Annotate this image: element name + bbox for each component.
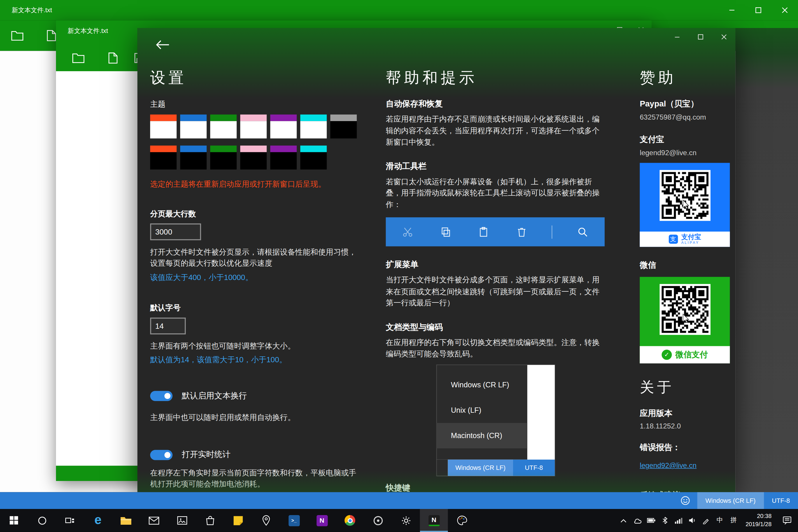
cortana-search-button[interactable] xyxy=(28,509,56,532)
taskbar: e >_ N N xyxy=(0,509,798,532)
close-button[interactable] xyxy=(712,28,735,45)
help-title: 帮助和提示 xyxy=(386,68,606,89)
minimize-icon xyxy=(729,7,735,13)
swatch-accent xyxy=(300,146,327,152)
swatch-background xyxy=(180,152,207,169)
theme-swatch[interactable] xyxy=(150,146,177,169)
theme-swatch[interactable] xyxy=(300,115,327,138)
theme-swatch[interactable] xyxy=(180,115,207,138)
minimize-button[interactable] xyxy=(719,0,745,20)
theme-swatch[interactable] xyxy=(150,115,177,138)
paypal-label: Paypal（贝宝） xyxy=(640,99,735,110)
theme-swatch[interactable] xyxy=(210,146,237,169)
taskbar-app-file-explorer[interactable] xyxy=(112,509,140,532)
menu-item-macintosh[interactable]: Macintosh (CR) xyxy=(437,423,527,448)
store-icon xyxy=(205,516,214,525)
taskbar-app-maps[interactable] xyxy=(252,509,280,532)
close-button[interactable] xyxy=(772,0,798,20)
battery-tray-icon[interactable] xyxy=(644,509,658,532)
tray-overflow-button[interactable] xyxy=(617,509,631,532)
maximize-button[interactable] xyxy=(745,0,772,20)
theme-swatch[interactable] xyxy=(240,146,267,169)
photos-icon xyxy=(177,516,187,525)
network-tray-icon[interactable] xyxy=(672,509,685,532)
encoding-selector[interactable]: UTF-8 xyxy=(764,492,798,509)
taskbar-spacer xyxy=(476,509,617,532)
feedback-smiley-button[interactable] xyxy=(674,492,697,509)
page-lines-input[interactable] xyxy=(150,223,201,240)
stats-toggle-row: 打开实时统计 xyxy=(150,450,359,460)
menu-item-unix[interactable]: Unix (LF) xyxy=(437,397,527,423)
taskbar-app-chrome[interactable] xyxy=(336,509,364,532)
theme-swatch[interactable] xyxy=(300,146,327,169)
taskbar-app-paint[interactable] xyxy=(448,509,476,532)
taskbar-app-powershell[interactable]: >_ xyxy=(280,509,308,532)
taskbar-app-notepads-active[interactable]: N xyxy=(420,509,448,532)
ime-language-indicator[interactable]: 中 xyxy=(713,509,726,532)
swatch-accent xyxy=(210,146,237,152)
theme-swatch[interactable] xyxy=(330,115,357,138)
maximize-button[interactable] xyxy=(689,28,712,45)
minimize-button[interactable] xyxy=(665,28,689,45)
close-icon xyxy=(782,7,788,13)
onedrive-tray-icon[interactable] xyxy=(631,509,644,532)
gear-icon xyxy=(401,515,411,526)
back-button[interactable] xyxy=(151,35,174,54)
taskbar-app-sticky-notes[interactable] xyxy=(224,509,252,532)
start-button[interactable] xyxy=(0,509,28,532)
wrap-toggle[interactable] xyxy=(150,391,173,401)
swatch-accent xyxy=(270,146,297,152)
taskbar-app-edge[interactable]: e xyxy=(84,509,112,532)
taskbar-app-store[interactable] xyxy=(196,509,224,532)
doctype-body: 在应用程序的右下角可以切换文档类型或编码类型。注意，转换编码类型可能会导致乱码。 xyxy=(386,337,606,360)
bluetooth-tray-icon[interactable] xyxy=(658,509,672,532)
ime-mode-indicator[interactable]: 拼 xyxy=(727,509,741,532)
system-tray: 中 拼 20:38 2019/1/28 xyxy=(617,509,798,532)
swatch-background xyxy=(180,121,207,138)
taskbar-app-mail[interactable] xyxy=(140,509,168,532)
pen-tray-icon[interactable] xyxy=(699,509,713,532)
page-lines-hint: 该值应大于400，小于10000。 xyxy=(150,272,359,283)
wechat-pay-icon: ✓ xyxy=(662,350,672,360)
swatch-accent xyxy=(180,146,207,152)
font-size-input[interactable] xyxy=(150,318,186,335)
sponsor-column: 赞助 Paypal（贝宝） 632575987@qq.com 支付宝 legen… xyxy=(640,68,735,492)
bluetooth-icon xyxy=(662,516,668,524)
cloud-icon xyxy=(633,517,642,524)
taskbar-app-photos[interactable] xyxy=(168,509,196,532)
volume-tray-icon[interactable] xyxy=(685,509,699,532)
line-ending-selector[interactable]: Windows (CR LF) xyxy=(697,492,764,509)
theme-swatch[interactable] xyxy=(270,115,297,138)
taskbar-app-onenote[interactable]: N xyxy=(308,509,336,532)
stats-toggle[interactable] xyxy=(150,450,173,460)
new-file-button[interactable] xyxy=(102,47,124,70)
taskbar-app-settings[interactable] xyxy=(392,509,420,532)
stats-toggle-label: 打开实时统计 xyxy=(182,450,231,460)
taskbar-clock[interactable]: 20:38 2019/1/28 xyxy=(741,509,777,532)
menu-item-windows[interactable]: Windows (CR LF) xyxy=(437,372,527,397)
taskbar-app-groove[interactable] xyxy=(364,509,392,532)
shortcuts-heading: 快捷键 xyxy=(386,483,606,492)
powershell-icon: >_ xyxy=(288,515,300,526)
action-center-icon xyxy=(783,516,792,525)
theme-swatch[interactable] xyxy=(180,146,207,169)
page-lines-label: 分页最大行数 xyxy=(150,209,359,219)
task-view-button[interactable] xyxy=(56,509,84,532)
open-file-button[interactable] xyxy=(6,24,28,47)
alipay-qr-code xyxy=(660,170,710,221)
notepads-icon: N xyxy=(428,515,439,526)
theme-swatch[interactable] xyxy=(210,115,237,138)
task-view-icon xyxy=(65,516,75,525)
theme-swatch[interactable] xyxy=(270,146,297,169)
line-ending-menu: Windows (CR LF) Unix (LF) Macintosh (CR) xyxy=(437,365,527,459)
sponsor-title: 赞助 xyxy=(640,68,735,89)
error-report-link[interactable]: legend92@live.cn xyxy=(640,461,697,469)
pen-icon xyxy=(703,517,710,524)
theme-label: 主题 xyxy=(150,100,359,109)
theme-swatch[interactable] xyxy=(240,115,267,138)
cut-icon xyxy=(400,226,415,238)
maximize-icon xyxy=(755,7,762,13)
encoding-segment: UTF-8 xyxy=(513,459,555,476)
open-file-button[interactable] xyxy=(67,47,90,70)
action-center-button[interactable] xyxy=(777,509,798,532)
